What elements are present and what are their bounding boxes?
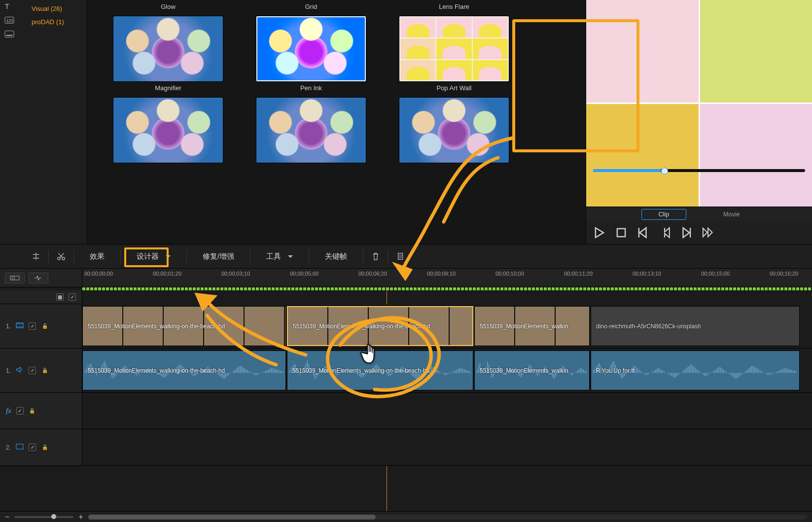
ruler-tick: 00;00;13;10 [633,271,661,277]
ruler-tick: 00;00;06;20 [358,271,387,277]
svg-rect-4 [6,35,13,36]
header-film-icon[interactable]: ▦ [56,293,64,301]
audio-track-1: 1. ✓ 🔓 5515039_MotionElements_walking-on… [0,348,812,393]
video-track-1: 1. ✓ 🔓 5515039_MotionElements_walking-on… [0,304,812,348]
keyframes-button[interactable]: 关键帧 [311,248,361,265]
video-clip-a[interactable]: 5515039_MotionElements_walking-on-the-be… [82,306,286,346]
preview-tab-clip[interactable]: Clip [641,209,687,220]
ruler-tick: 00;00;01;20 [153,271,181,277]
caption-icon[interactable] [4,30,15,38]
effect-magnifier[interactable]: Magnifier [101,16,235,94]
play-icon[interactable] [593,226,606,239]
prev-frame-icon[interactable] [636,226,649,239]
trash-icon[interactable] [365,248,386,265]
preview-scrubber[interactable] [593,169,805,172]
ruler-tick: 00;00;15;00 [701,271,730,277]
ruler-tick: 00;00;05;00 [290,271,318,277]
track-lock-icon[interactable]: 🔓 [41,367,48,374]
zoom-in-icon[interactable]: + [78,513,83,522]
ruler-tick: 00;00;08;10 [427,271,456,277]
audio-clip-a[interactable]: 5515039_MotionElements_walking-on-the-be… [82,350,286,390]
ruler-tick: 00;00;10;00 [495,271,524,277]
stop-icon[interactable] [615,226,628,239]
more-icon[interactable] [390,248,411,265]
annotation-highlight-effects-btn [124,247,169,267]
audio-clip-d[interactable]: R You Up for It [591,350,800,390]
track-label: 1. [6,367,11,374]
timeline-toolbar: 效果 设计器 修复/增强 工具 关键帧 [0,244,812,269]
svg-rect-14 [10,276,19,280]
cut-tool-icon[interactable] [51,248,71,265]
audio-track-icon [16,366,24,375]
effect-popartwall[interactable]: Pop Art Wall [387,16,521,94]
horizontal-scrollbar[interactable] [88,515,807,520]
preview-controls [586,221,812,244]
video-clip-d[interactable]: dino-reichmuth-A5rCN8626Ck-unsplash [591,306,800,346]
effect-row3c[interactable] [387,98,521,168]
clip-label: dino-reichmuth-A5rCN8626Ck-unsplash [591,323,701,330]
next-frame-icon[interactable] [680,226,693,239]
track-lock-icon[interactable]: 🔓 [41,444,48,451]
audio-clip-c[interactable]: 5515039_MotionElements_walkin [474,350,590,390]
glyph-icon[interactable]: T [4,2,15,11]
effect-row3a[interactable] [101,98,235,168]
fx-track-icon: fx [6,407,11,415]
video-clip-b[interactable]: 5515039_MotionElements_walking-on-the-be… [287,306,473,346]
effect-grid[interactable]: Grid [244,0,378,12]
video-track-icon [16,443,24,452]
effect-glow[interactable]: Glow [101,0,235,12]
track-visible-icon[interactable]: ✓ [29,367,36,374]
track-visible-icon[interactable]: ✓ [29,322,36,330]
effects-grid: Glow Grid Lens Flare Magnifier Pen Ink P… [87,0,586,244]
video-track-icon [16,322,24,330]
track-visible-icon[interactable]: ✓ [16,407,24,415]
effect-lensflare[interactable]: Lens Flare [387,0,521,12]
track-visible-icon[interactable]: ✓ [29,444,36,451]
ruler-tick: 00;00;03;10 [221,271,250,277]
fx-track: fx ✓ 🔓 [0,393,812,429]
timeline-mode-a[interactable] [5,273,25,283]
split-tool-icon[interactable] [26,248,46,265]
zoom-bar: − + [0,511,812,522]
effect-row3b[interactable] [244,98,378,168]
cursor-pointer-icon [360,341,382,367]
effects-button[interactable]: 效果 [76,248,118,265]
time-ruler[interactable]: 00;00;00;0000;00;01;2000;00;03;1000;00;0… [82,269,812,287]
tools-button[interactable]: 工具 [252,248,307,265]
annotation-highlight-popart [512,19,639,152]
step-back-icon[interactable] [658,226,671,239]
header-check-icon[interactable]: ✓ [69,293,76,301]
track-label: 1. [6,323,11,330]
zoom-out-icon[interactable]: − [5,513,9,522]
svg-rect-20 [16,444,23,449]
track-lock-icon[interactable]: 🔓 [29,407,36,415]
video-clip-c[interactable]: 5515039_MotionElements_walkin [474,306,590,346]
svg-text:123: 123 [6,19,13,23]
timeline-panel: 00;00;00;0000;00;01;2000;00;03;1000;00;0… [0,269,812,522]
svg-rect-3 [5,31,14,37]
fix-enhance-button[interactable]: 修复/增强 [189,248,248,265]
zoom-slider[interactable] [14,516,73,518]
track-label: 2. [6,444,11,451]
fast-forward-icon[interactable] [702,226,714,239]
ruler-tick: 00;00;11;20 [564,271,593,277]
preview-tab-movie[interactable]: Movie [706,209,757,220]
svg-text:T: T [5,2,9,10]
video-track-2: 2. ✓ 🔓 [0,429,812,466]
counter-icon[interactable]: 123 [4,16,15,25]
timeline-mode-b[interactable] [29,273,48,283]
svg-rect-5 [617,229,625,237]
category-sidebar: T 123 Visual (26) proDAD (1) [0,0,87,244]
ruler-tick: 00;00;16;20 [770,271,798,277]
effect-penink[interactable]: Pen Ink [244,16,378,94]
track-lock-icon[interactable]: 🔓 [41,322,48,330]
ruler-tick: 00;00;00;00 [84,271,113,277]
